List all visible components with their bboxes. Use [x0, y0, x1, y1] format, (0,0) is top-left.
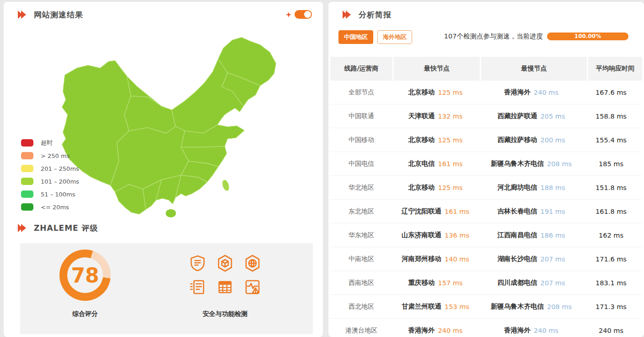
toggle-knob: [304, 11, 311, 18]
cell-slowest-node: 新疆乌鲁木齐电信 208 ms: [478, 152, 584, 175]
fast-node-name: 北京移动: [408, 136, 435, 144]
table-row: 华北地区 北京移动 125 ms 河北廊坊电信 188 ms 151.8 ms: [330, 176, 642, 200]
col-header-average: 平均响应时间: [588, 57, 642, 81]
analysis-panel: 分析简报 中国地区 海外地区 107个检测点参与测速，当前进度 100.00% …: [328, 2, 644, 337]
cell-line-name: 中南地区: [330, 247, 392, 271]
fast-node-ms: 161 ms: [445, 208, 469, 215]
fast-node-ms: 153 ms: [445, 303, 469, 310]
legend-swatch: [21, 190, 33, 198]
cell-line-name: 华东地区: [330, 223, 392, 247]
analysis-title: 分析简报: [359, 10, 392, 20]
page-title: 网站测速结果: [34, 10, 83, 20]
cell-line-name: 中国移动: [330, 128, 392, 152]
score-donut: 78: [59, 250, 111, 301]
cell-average-ms: 171.6 ms: [584, 247, 638, 271]
rating-card: 78 综合评分: [20, 243, 313, 334]
section-chevron-icon: [17, 10, 27, 19]
tab-china-region[interactable]: 中国地区: [338, 30, 373, 44]
fast-node-ms: 132 ms: [438, 113, 463, 120]
slow-node-ms: 205 ms: [541, 113, 565, 120]
legend-label: 超时: [41, 139, 53, 147]
slow-node-ms: 240 ms: [534, 89, 558, 96]
slow-node-ms: 240 ms: [534, 327, 558, 334]
spreadsheet-icon[interactable]: [211, 275, 239, 299]
cell-line-name: 中国电信: [330, 152, 392, 175]
shield-file-icon[interactable]: [184, 251, 211, 275]
slow-node-name: 四川成都电信: [498, 278, 537, 287]
table-row: 中国联通 天津联通 132 ms 西藏拉萨联通 205 ms 158.8 ms: [330, 104, 642, 128]
cell-slowest-node: 湖南长沙电信 207 ms: [478, 247, 584, 271]
section-chevron-icon: [17, 223, 27, 233]
cell-average-ms: 162 ms: [584, 223, 638, 247]
slow-node-ms: 188 ms: [541, 184, 565, 191]
fast-node-name: 河南郑州移动: [402, 255, 441, 263]
speed-test-panel: 网站测速结果: [4, 2, 323, 337]
cell-slowest-node: 吉林长春电信 191 ms: [478, 200, 584, 223]
cell-line-name: 华北地区: [330, 176, 392, 199]
table-row: 港澳台地区 香港海外 240 ms 香港海外 240 ms 240 ms: [330, 319, 642, 337]
fast-node-name: 天津联通: [408, 112, 435, 120]
legend-swatch: [21, 152, 33, 159]
sparkle-icon: [286, 11, 291, 18]
table-row: 中南地区 河南郑州移动 140 ms 湖南长沙电信 207 ms 171.6 m…: [330, 247, 642, 271]
security-icons-grid: [184, 251, 266, 299]
table-row: 华东地区 山东济南联通 136 ms 江西南昌电信 186 ms 162 ms: [330, 223, 642, 247]
fast-node-name: 北京移动: [408, 88, 435, 97]
latency-table: 线路/运营商 最快节点 最慢节点 平均响应时间 全部节点 北京移动 125 ms…: [330, 57, 642, 337]
globe-hexagon-icon[interactable]: [239, 251, 266, 275]
fast-node-ms: 136 ms: [445, 232, 469, 239]
table-row: 全部节点 北京移动 125 ms 香港海外 240 ms 167.6 ms: [330, 81, 642, 104]
cell-line-name: 全部节点: [330, 81, 392, 104]
map-watermark: [229, 169, 259, 199]
slow-node-ms: 208 ms: [547, 303, 572, 310]
monitor-alert-icon[interactable]: [239, 275, 266, 299]
slow-node-name: 湖南长沙电信: [498, 255, 537, 263]
table-row: 西南地区 重庆移动 157 ms 四川成都电信 207 ms 183.1 ms: [330, 271, 642, 295]
security-label: 安全与功能检测: [184, 310, 266, 318]
tab-overseas-region[interactable]: 海外地区: [377, 30, 412, 44]
legend-swatch: [21, 139, 33, 147]
table-header-row: 线路/运营商 最快节点 最慢节点 平均响应时间: [330, 57, 642, 81]
slow-node-ms: 207 ms: [541, 279, 565, 287]
table-body: 全部节点 北京移动 125 ms 香港海外 240 ms 167.6 ms 中国…: [330, 81, 642, 337]
cell-slowest-node: 新疆乌鲁木齐电信 208 ms: [478, 295, 584, 318]
progress-row: 107个检测点参与测速，当前进度 100.00%: [444, 32, 628, 41]
slow-node-name: 河北廊坊电信: [498, 183, 537, 192]
fast-node-name: 辽宁沈阳联通: [402, 207, 441, 216]
rating-header: ZHALEME 评级: [4, 216, 323, 240]
col-header-line: 线路/运营商: [330, 57, 392, 81]
slow-node-name: 西藏拉萨联通: [498, 112, 537, 120]
audit-list-icon[interactable]: [184, 275, 211, 299]
cell-fastest-node: 天津联通 132 ms: [392, 104, 478, 128]
legend-label: 51 – 100ms: [41, 191, 75, 198]
legend-item: 51 – 100ms: [21, 190, 79, 198]
legend-item: 201 – 250ms: [21, 165, 79, 172]
fast-node-ms: 161 ms: [438, 160, 463, 168]
score-label: 综合评分: [48, 310, 122, 318]
package-hexagon-icon[interactable]: [211, 251, 239, 275]
cell-fastest-node: 北京移动 125 ms: [392, 81, 478, 104]
rating-section-title: ZHALEME 评级: [34, 223, 98, 234]
cell-average-ms: 151.8 ms: [584, 176, 638, 199]
cell-slowest-node: 河北廊坊电信 188 ms: [478, 176, 584, 199]
slow-node-name: 香港海外: [504, 326, 531, 335]
fast-node-name: 甘肃兰州联通: [402, 302, 441, 311]
slow-node-name: 新疆乌鲁木齐电信: [491, 302, 544, 311]
table-row: 东北地区 辽宁沈阳联通 161 ms 吉林长春电信 191 ms 161.8 m…: [330, 200, 642, 223]
fast-node-ms: 240 ms: [438, 327, 463, 334]
map-display-toggle[interactable]: [295, 10, 312, 19]
legend-label: > 250 ms: [41, 152, 70, 159]
cell-fastest-node: 辽宁沈阳联通 161 ms: [392, 200, 478, 223]
cell-slowest-node: 西藏拉萨联通 205 ms: [478, 104, 584, 128]
cell-line-name: 中国联通: [330, 104, 392, 128]
cell-line-name: 西北地区: [330, 295, 392, 318]
progress-bar: 100.00%: [547, 33, 628, 40]
fast-node-ms: 125 ms: [438, 136, 463, 144]
legend-label: <= 20ms: [41, 204, 69, 211]
progress-text: 107个检测点参与测速，当前进度: [444, 32, 543, 41]
cell-average-ms: 240 ms: [584, 319, 638, 337]
slow-node-name: 江西南昌电信: [498, 231, 537, 239]
cell-average-ms: 183.1 ms: [584, 271, 638, 294]
cell-fastest-node: 北京电信 161 ms: [392, 152, 478, 175]
fast-node-ms: 125 ms: [438, 184, 463, 191]
